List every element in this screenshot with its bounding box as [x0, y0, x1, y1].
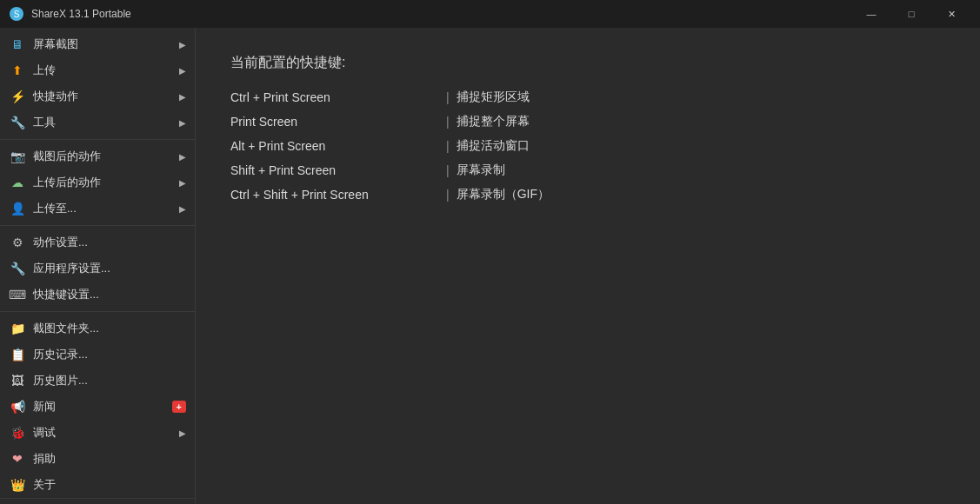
sidebar-divider	[0, 139, 195, 140]
content-area: 当前配置的快捷键: Ctrl + Print Screen|捕捉矩形区域Prin…	[196, 28, 980, 504]
hotkeys-icon: ⌨	[9, 286, 26, 303]
shortcut-sep-4: |	[446, 188, 450, 202]
shortcut-desc-2: 捕捉活动窗口	[457, 138, 530, 154]
about-label: 关于	[33, 477, 56, 493]
shortcut-row-2: Alt + Print Screen|捕捉活动窗口	[230, 138, 945, 154]
appsettings-icon: 🔧	[9, 260, 26, 277]
donate-label: 捐助	[33, 451, 56, 467]
about-icon: 👑	[9, 476, 26, 494]
news-icon: 📢	[9, 398, 26, 415]
history-label: 历史记录...	[33, 347, 88, 362]
shortcut-desc-0: 捕捉矩形区域	[457, 90, 530, 105]
shortcut-key-2: Alt + Print Screen	[230, 139, 439, 153]
svg-text:S: S	[14, 10, 20, 19]
upload-arrow: ▶	[179, 66, 186, 76]
sidebar-item-tools[interactable]: 🔧工具▶	[0, 109, 195, 136]
donate-icon: ❤	[9, 450, 26, 468]
close-button[interactable]: ✕	[931, 0, 971, 28]
sidebar-item-actsettings[interactable]: ⚙动作设置...	[0, 229, 195, 255]
histimg-icon: 🖼	[9, 372, 26, 389]
news-badge: +	[172, 401, 186, 413]
actsettings-label: 动作设置...	[33, 235, 88, 250]
sidebar-item-folder[interactable]: 📁截图文件夹...	[0, 315, 195, 342]
folder-label: 截图文件夹...	[33, 321, 99, 336]
content-title: 当前配置的快捷键:	[230, 54, 945, 72]
sidebar-item-appsettings[interactable]: 🔧应用程序设置...	[0, 255, 195, 282]
news-label: 新闻	[33, 399, 56, 414]
sidebar-footer: 🐦💬P₿⚙	[0, 498, 195, 504]
screenshot-arrow: ▶	[179, 40, 186, 50]
upload-label: 上传	[33, 63, 56, 78]
shortcut-row-3: Shift + Print Screen|屏幕录制	[230, 162, 945, 178]
sidebar-item-news[interactable]: 📢新闻+	[0, 394, 195, 420]
afterup-arrow: ▶	[179, 178, 186, 188]
folder-icon: 📁	[9, 320, 26, 337]
upload-icon: ⬆	[9, 62, 26, 79]
aftercap-icon: 📷	[9, 148, 26, 165]
shortcut-desc-3: 屏幕录制	[457, 162, 505, 178]
quickaction-icon: ⚡	[9, 88, 26, 105]
shortcut-key-0: Ctrl + Print Screen	[230, 90, 439, 104]
debug-arrow: ▶	[179, 428, 186, 438]
shortcut-key-4: Ctrl + Shift + Print Screen	[230, 188, 439, 202]
shortcut-key-3: Shift + Print Screen	[230, 163, 439, 177]
aftercap-label: 截图后的动作	[33, 149, 101, 164]
shortcut-key-1: Print Screen	[230, 115, 439, 129]
actsettings-icon: ⚙	[9, 234, 26, 251]
sidebar-item-hotkeys[interactable]: ⌨快捷键设置...	[0, 282, 195, 308]
quickaction-arrow: ▶	[179, 92, 186, 102]
sidebar-item-upload[interactable]: ⬆上传▶	[0, 57, 195, 83]
sidebar-divider	[0, 225, 195, 226]
hotkeys-label: 快捷键设置...	[33, 287, 99, 302]
sidebar-item-aftercap[interactable]: 📷截图后的动作▶	[0, 143, 195, 169]
afterup-icon: ☁	[9, 174, 26, 191]
tools-label: 工具	[33, 115, 56, 130]
sidebar-item-debug[interactable]: 🐞调试▶	[0, 420, 195, 446]
histimg-label: 历史图片...	[33, 373, 88, 388]
sidebar-item-about[interactable]: 👑关于	[0, 472, 195, 498]
tools-icon: 🔧	[9, 114, 26, 131]
window-controls: — □ ✕	[851, 0, 971, 28]
shortcut-row-4: Ctrl + Shift + Print Screen|屏幕录制（GIF）	[230, 187, 945, 202]
sidebar: 🖥屏幕截图▶⬆上传▶⚡快捷动作▶🔧工具▶📷截图后的动作▶☁上传后的动作▶👤上传至…	[0, 28, 196, 504]
sidebar-item-afterup[interactable]: ☁上传后的动作▶	[0, 169, 195, 196]
shortcut-sep-1: |	[446, 115, 450, 129]
sidebar-item-histimg[interactable]: 🖼历史图片...	[0, 368, 195, 394]
sidebar-divider	[0, 311, 195, 312]
uploadto-icon: 👤	[9, 200, 26, 217]
history-icon: 📋	[9, 346, 26, 363]
sidebar-item-screenshot[interactable]: 🖥屏幕截图▶	[0, 31, 195, 57]
sidebar-item-history[interactable]: 📋历史记录...	[0, 342, 195, 368]
uploadto-label: 上传至...	[33, 201, 77, 216]
aftercap-arrow: ▶	[179, 152, 186, 162]
minimize-button[interactable]: —	[851, 0, 891, 28]
app-title: ShareX 13.1 Portable	[31, 8, 851, 20]
appsettings-label: 应用程序设置...	[33, 261, 110, 276]
shortcut-row-0: Ctrl + Print Screen|捕捉矩形区域	[230, 90, 945, 105]
shortcut-sep-3: |	[446, 163, 450, 177]
sidebar-item-quickaction[interactable]: ⚡快捷动作▶	[0, 83, 195, 109]
debug-icon: 🐞	[9, 424, 26, 441]
screenshot-icon: 🖥	[9, 36, 26, 53]
shortcut-sep-0: |	[446, 90, 450, 104]
quickaction-label: 快捷动作	[33, 89, 78, 104]
debug-label: 调试	[33, 425, 56, 441]
shortcut-list: Ctrl + Print Screen|捕捉矩形区域Print Screen|捕…	[230, 90, 945, 202]
shortcut-row-1: Print Screen|捕捉整个屏幕	[230, 114, 945, 129]
shortcut-desc-1: 捕捉整个屏幕	[457, 114, 530, 129]
sidebar-item-uploadto[interactable]: 👤上传至...▶	[0, 196, 195, 222]
uploadto-arrow: ▶	[179, 204, 186, 214]
shortcut-desc-4: 屏幕录制（GIF）	[457, 187, 550, 202]
screenshot-label: 屏幕截图	[33, 36, 78, 52]
maximize-button[interactable]: □	[891, 0, 931, 28]
titlebar: S ShareX 13.1 Portable — □ ✕	[0, 0, 980, 28]
main-layout: 🖥屏幕截图▶⬆上传▶⚡快捷动作▶🔧工具▶📷截图后的动作▶☁上传后的动作▶👤上传至…	[0, 28, 980, 504]
shortcut-sep-2: |	[446, 139, 450, 153]
app-logo: S	[9, 6, 24, 22]
tools-arrow: ▶	[179, 118, 186, 128]
afterup-label: 上传后的动作	[33, 175, 101, 190]
sidebar-item-donate[interactable]: ❤捐助	[0, 446, 195, 472]
